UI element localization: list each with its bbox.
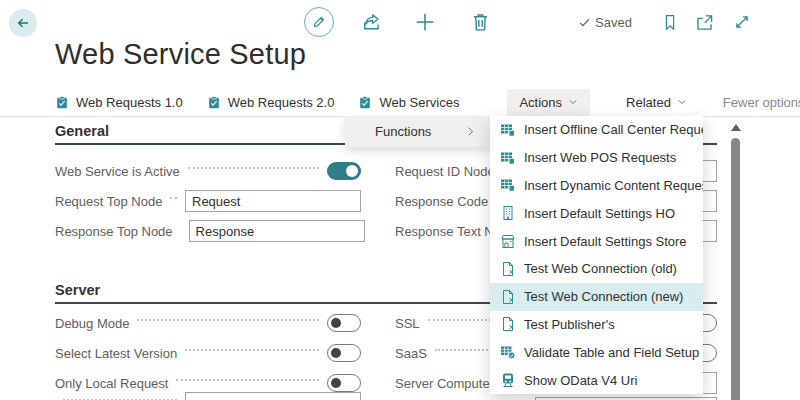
menu-item-insert-offline-call-center-requests[interactable]: Insert Offline Call Center Requests — [490, 116, 703, 144]
tab-label: Web Requests 1.0 — [76, 95, 183, 110]
section-title-general: General — [55, 123, 109, 139]
server-left-input[interactable] — [185, 392, 361, 400]
menu-item-label: Functions — [375, 124, 431, 139]
table-check-icon — [500, 344, 516, 360]
scrollbar-thumb[interactable] — [731, 138, 740, 400]
expand-icon — [733, 13, 751, 31]
field-row-request-top-node: Request Top Node — [55, 190, 361, 212]
menu-item-test-web-connection-new[interactable]: Test Web Connection (new) — [490, 283, 703, 311]
tab-label: Web Requests 2.0 — [228, 95, 335, 110]
popout-button[interactable] — [695, 14, 714, 31]
fewer-options-button[interactable]: Fewer options — [723, 95, 800, 110]
dot-leader — [188, 167, 319, 169]
web-service-active-toggle[interactable] — [327, 162, 361, 180]
field-label: SSL — [395, 316, 420, 331]
edit-button[interactable] — [304, 7, 334, 37]
clipboard-check-icon — [358, 95, 372, 110]
field-row-web-service-is-active: Web Service is Active — [55, 160, 361, 182]
menu-item-label: Test Web Connection (new) — [524, 289, 683, 304]
menu-item-label: Insert Web POS Requests — [524, 150, 676, 165]
field-label: Debug Mode — [55, 316, 129, 331]
clipboard-check-icon — [207, 95, 221, 110]
menu-item-insert-web-pos-requests[interactable]: Insert Web POS Requests — [490, 144, 703, 172]
field-row-response-top-node: Response Top Node — [55, 220, 361, 242]
select-latest-version-toggle[interactable] — [327, 344, 361, 362]
related-menu-button[interactable]: Related — [614, 89, 699, 116]
response-top-node-input[interactable] — [189, 220, 365, 242]
menu-item-validate-table-and-field-setup[interactable]: Validate Table and Field Setup — [490, 338, 703, 366]
train-icon — [500, 372, 516, 388]
tab-web-requests-2[interactable]: Web Requests 2.0 — [207, 95, 335, 110]
table-insert-icon — [500, 177, 516, 193]
menu-item-label: Test Web Connection (old) — [524, 261, 677, 276]
menu-item-insert-default-settings-ho[interactable]: Insert Default Settings HO — [490, 199, 703, 227]
share-button[interactable] — [361, 12, 383, 32]
menu-item-show-odata-v4-uri[interactable]: Show OData V4 Uri — [490, 366, 703, 394]
clipboard-check-icon — [55, 95, 69, 110]
tab-web-requests-1[interactable]: Web Requests 1.0 — [55, 95, 183, 110]
new-button[interactable] — [414, 11, 436, 33]
document-icon — [500, 316, 516, 332]
menu-item-label: Insert Default Settings Store — [524, 234, 687, 249]
chevron-right-icon — [465, 126, 476, 137]
actions-dropdown-panel: Functions — [345, 116, 490, 147]
tab-label: Web Services — [379, 95, 459, 110]
menu-item-test-web-connection-old[interactable]: Test Web Connection (old) — [490, 255, 703, 283]
bookmark-button[interactable] — [661, 13, 679, 32]
toggle-knob — [331, 318, 341, 328]
plus-icon — [414, 11, 436, 33]
only-local-request-toggle[interactable] — [327, 374, 361, 392]
dot-leader — [170, 197, 177, 199]
popout-icon — [695, 14, 714, 31]
related-label: Related — [626, 95, 671, 110]
check-icon — [578, 16, 591, 29]
field-label: Request ID Node — [395, 164, 495, 179]
functions-submenu-panel: Insert Offline Call Center Requests Inse… — [490, 116, 703, 394]
actions-menu-button[interactable]: Actions — [507, 89, 590, 116]
menu-item-label: Test Publisher's — [524, 317, 615, 332]
tab-web-services[interactable]: Web Services — [358, 95, 459, 110]
table-insert-icon — [500, 122, 516, 138]
field-row-only-local-request: Only Local Request — [55, 372, 361, 394]
scrollbar-up-arrow[interactable] — [731, 124, 741, 131]
document-icon — [500, 289, 516, 305]
trash-icon — [470, 11, 491, 33]
page-title: Web Service Setup — [55, 38, 306, 71]
toggle-knob — [331, 378, 341, 388]
ribbon-bar: Web Requests 1.0 Web Requests 2.0 Web Se… — [55, 88, 745, 116]
field-label: SaaS — [395, 346, 427, 361]
menu-item-functions[interactable]: Functions — [345, 116, 490, 147]
menu-item-insert-default-settings-store[interactable]: Insert Default Settings Store — [490, 227, 703, 255]
field-label: Only Local Request — [55, 376, 168, 391]
debug-mode-toggle[interactable] — [327, 314, 361, 332]
field-label: Web Service is Active — [55, 164, 180, 179]
field-row-server-left-4 — [55, 392, 361, 400]
actions-label: Actions — [519, 95, 562, 110]
menu-item-label: Validate Table and Field Setup — [524, 345, 699, 360]
menu-item-label: Insert Default Settings HO — [524, 206, 675, 221]
saved-label: Saved — [595, 15, 632, 30]
dot-leader — [185, 349, 319, 351]
request-top-node-input[interactable] — [185, 190, 361, 212]
menu-item-insert-dynamic-content-requests[interactable]: Insert Dynamic Content Requests — [490, 172, 703, 200]
document-icon — [500, 261, 516, 277]
field-row-select-latest-version: Select Latest Version — [55, 342, 361, 364]
back-arrow-icon — [15, 15, 31, 31]
chevron-down-icon — [568, 97, 578, 107]
save-status: Saved — [578, 15, 632, 30]
menu-item-test-publishers[interactable]: Test Publisher's — [490, 311, 703, 339]
store-icon — [500, 233, 516, 249]
expand-button[interactable] — [733, 13, 751, 31]
chevron-down-icon — [677, 97, 687, 107]
menu-item-label: Insert Dynamic Content Requests — [524, 178, 703, 193]
delete-button[interactable] — [470, 11, 491, 33]
back-button[interactable] — [9, 9, 37, 37]
dot-leader — [137, 319, 319, 321]
table-insert-icon — [500, 150, 516, 166]
share-icon — [361, 12, 383, 32]
field-label: Response Top Node — [55, 224, 173, 239]
menu-item-label: Show OData V4 Uri — [524, 373, 637, 388]
field-label: Select Latest Version — [55, 346, 177, 361]
bookmark-icon — [661, 13, 679, 32]
section-title-server: Server — [55, 282, 100, 298]
